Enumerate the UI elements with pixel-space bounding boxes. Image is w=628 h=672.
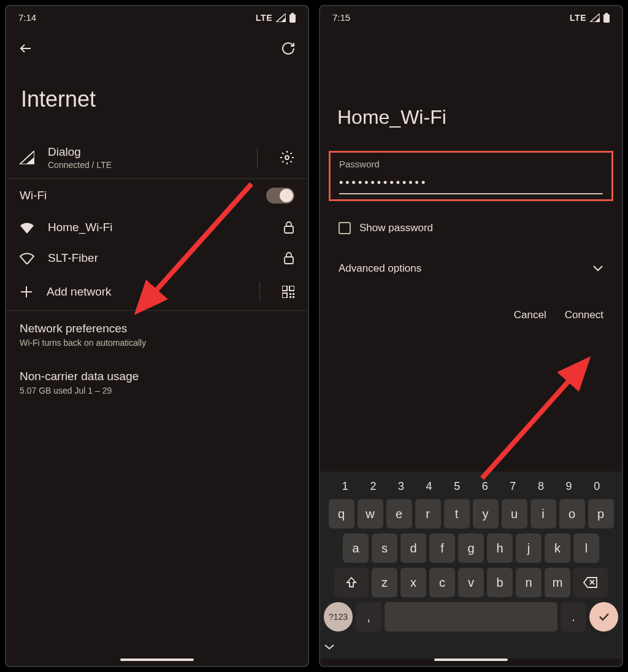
- key-space[interactable]: [385, 602, 557, 632]
- status-net-label: LTE: [256, 13, 272, 23]
- svg-rect-0: [289, 14, 296, 23]
- key-hint[interactable]: 7: [510, 480, 516, 493]
- key-period[interactable]: .: [561, 602, 586, 632]
- plus-icon: [20, 285, 33, 299]
- network-row-home[interactable]: Home_Wi-Fi: [6, 212, 308, 243]
- key-hint[interactable]: 6: [482, 480, 488, 493]
- show-password-checkbox[interactable]: [339, 222, 351, 234]
- key-t[interactable]: t: [444, 499, 470, 529]
- add-network-row[interactable]: Add network: [6, 273, 308, 310]
- key-z[interactable]: z: [372, 568, 397, 597]
- network-row-slt[interactable]: SLT-Fiber: [6, 243, 308, 273]
- svg-rect-1: [291, 13, 294, 14]
- nav-bar[interactable]: [434, 659, 508, 661]
- key-r[interactable]: r: [415, 499, 441, 529]
- key-u[interactable]: u: [502, 499, 527, 529]
- key-backspace[interactable]: [573, 568, 608, 597]
- key-w[interactable]: w: [358, 499, 383, 529]
- svg-rect-3: [285, 226, 293, 233]
- cancel-button[interactable]: Cancel: [514, 309, 546, 321]
- key-hint[interactable]: 5: [454, 480, 460, 493]
- key-hint[interactable]: 2: [370, 480, 376, 493]
- key-y[interactable]: y: [473, 499, 499, 529]
- refresh-settings-icon[interactable]: [281, 41, 296, 56]
- svg-rect-8: [289, 293, 291, 295]
- qr-icon[interactable]: [282, 286, 294, 298]
- svg-point-2: [285, 156, 289, 159]
- key-b[interactable]: b: [487, 568, 513, 597]
- connect-button[interactable]: Connect: [565, 309, 603, 321]
- keyboard-collapse[interactable]: [324, 636, 618, 654]
- annotation-arrow: [473, 349, 608, 491]
- svg-rect-4: [285, 257, 293, 264]
- key-x[interactable]: x: [400, 568, 426, 597]
- battery-icon: [603, 13, 610, 23]
- key-k[interactable]: k: [545, 533, 570, 563]
- svg-rect-9: [293, 293, 294, 295]
- dialog-ssid-title: Home_Wi-Fi: [320, 26, 622, 151]
- key-hint[interactable]: 0: [594, 480, 600, 493]
- svg-rect-10: [289, 296, 291, 298]
- show-password-row[interactable]: Show password: [320, 201, 622, 246]
- shift-icon: [345, 576, 358, 589]
- advanced-options-row[interactable]: Advanced options: [320, 246, 622, 291]
- key-f[interactable]: f: [429, 533, 455, 563]
- wifi-label: Wi-Fi: [20, 189, 253, 202]
- key-symbols[interactable]: ?123: [324, 602, 353, 632]
- key-hint[interactable]: 1: [342, 480, 348, 493]
- key-d[interactable]: d: [400, 533, 426, 563]
- key-hint[interactable]: 9: [566, 480, 572, 493]
- wifi-toggle[interactable]: [266, 188, 294, 204]
- prefs-title: Network preferences: [20, 322, 294, 335]
- nav-bar[interactable]: [120, 659, 194, 661]
- data-usage-row[interactable]: Non-carrier data usage 5.07 GB used Jul …: [6, 359, 308, 407]
- gear-icon[interactable]: [280, 150, 294, 165]
- status-time: 7:15: [332, 12, 350, 23]
- key-hint[interactable]: 8: [538, 480, 544, 493]
- status-net-label: LTE: [570, 13, 586, 23]
- key-o[interactable]: o: [559, 499, 585, 529]
- dialog-actions: Cancel Connect: [320, 291, 622, 340]
- key-h[interactable]: h: [487, 533, 513, 563]
- status-bar: 7:14 LTE: [6, 6, 308, 26]
- network-preferences-row[interactable]: Network preferences Wi-Fi turns back on …: [6, 311, 308, 359]
- password-label: Password: [339, 159, 603, 169]
- carrier-row[interactable]: Dialog Connected / LTE: [6, 137, 308, 178]
- key-shift[interactable]: [334, 568, 369, 597]
- status-icons: LTE: [570, 13, 610, 23]
- key-l[interactable]: l: [573, 533, 599, 563]
- divider: [259, 282, 260, 302]
- status-icons: LTE: [256, 13, 296, 23]
- status-bar: 7:15 LTE: [320, 6, 622, 26]
- key-comma[interactable]: ,: [356, 602, 381, 632]
- password-input[interactable]: [339, 177, 603, 194]
- key-enter[interactable]: [589, 602, 618, 632]
- key-q[interactable]: q: [329, 499, 354, 529]
- screen-wifi-password: 7:15 LTE Home_Wi-Fi Password Show passwo…: [319, 5, 623, 667]
- key-s[interactable]: s: [372, 533, 397, 563]
- key-m[interactable]: m: [545, 568, 570, 597]
- signal-icon: [590, 13, 600, 22]
- key-p[interactable]: p: [588, 499, 614, 529]
- backspace-icon: [583, 577, 598, 588]
- key-hint[interactable]: 4: [426, 480, 432, 493]
- key-g[interactable]: g: [458, 533, 484, 563]
- key-c[interactable]: c: [429, 568, 455, 597]
- back-icon[interactable]: [18, 41, 33, 56]
- chevron-down-icon: [592, 265, 603, 272]
- wifi-outline-icon: [20, 252, 34, 264]
- key-j[interactable]: j: [516, 533, 542, 563]
- check-icon: [597, 610, 611, 624]
- wifi-icon: [20, 221, 34, 234]
- key-v[interactable]: v: [458, 568, 484, 597]
- wifi-toggle-row: Wi-Fi: [6, 179, 308, 212]
- key-i[interactable]: i: [530, 499, 556, 529]
- key-a[interactable]: a: [343, 533, 369, 563]
- page-title: Internet: [6, 62, 308, 137]
- svg-rect-5: [282, 286, 287, 291]
- password-field-highlight: Password: [329, 151, 613, 201]
- key-e[interactable]: e: [386, 499, 412, 529]
- key-n[interactable]: n: [516, 568, 542, 597]
- key-hint[interactable]: 3: [398, 480, 404, 493]
- screen-wifi-list: 7:14 LTE Internet Dialog Connected / LTE…: [5, 5, 309, 667]
